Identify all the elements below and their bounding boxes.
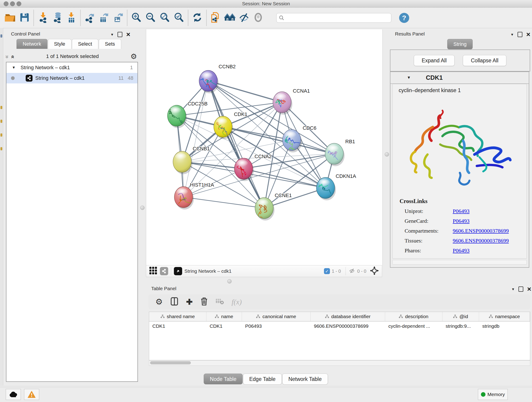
expand-all-chevron-icon[interactable]: « xyxy=(10,55,17,57)
column-header--id[interactable]: @id xyxy=(443,312,479,321)
table-hscrollbar[interactable] xyxy=(149,360,530,366)
crosslink-link[interactable]: 9606.ENSP00000378699 xyxy=(453,228,509,234)
houses-button[interactable] xyxy=(223,10,237,26)
expand-all-button[interactable]: Expand All xyxy=(414,55,455,66)
column-header-database-identifier[interactable]: database identifier xyxy=(311,312,385,321)
collapse-all-button[interactable]: Collapse All xyxy=(463,55,506,66)
cloud-button[interactable] xyxy=(6,389,21,400)
network-collection-row[interactable]: ▼ String Network – cdk1 1 xyxy=(6,62,138,73)
results-scrollbar[interactable] xyxy=(393,260,527,264)
export-image-button[interactable] xyxy=(111,10,125,26)
column-header-shared-name[interactable]: shared name xyxy=(149,312,206,321)
right-splitter-handle[interactable] xyxy=(385,152,389,157)
hidden-eye-icon[interactable] xyxy=(348,268,355,274)
table-cell[interactable]: stringdb:9... xyxy=(443,322,479,331)
panel-menu-icon[interactable]: ▼ xyxy=(510,32,514,36)
horizontal-splitter-handle[interactable] xyxy=(227,279,232,283)
import-network-button[interactable] xyxy=(36,10,50,26)
grid-view-icon[interactable] xyxy=(149,267,157,275)
tab-edge-table[interactable]: Edge Table xyxy=(243,374,282,384)
memory-button[interactable]: Memory xyxy=(478,389,508,400)
open-session-button[interactable] xyxy=(3,10,17,26)
table-hscrollbar-thumb[interactable] xyxy=(150,361,191,364)
network-label: String Network – cdk1 xyxy=(35,75,85,81)
column-header-description[interactable]: description xyxy=(385,312,443,321)
crosslink-link[interactable]: P06493 xyxy=(453,218,469,224)
table-cell[interactable]: CDK1 xyxy=(149,322,206,331)
network-node-CCNA2[interactable] xyxy=(234,158,254,181)
network-node-CDKN1A[interactable] xyxy=(317,177,336,200)
panel-close-icon[interactable]: ✕ xyxy=(526,32,531,37)
selected-checkbox-icon[interactable]: ✓ xyxy=(324,268,330,274)
zoom-selected-button[interactable] xyxy=(172,10,186,26)
table-row[interactable]: CDK1CDK1P064939606.ENSP00000378699cyclin… xyxy=(149,322,530,331)
network-edge-CCNB2-HIST1H1A[interactable] xyxy=(184,81,208,197)
delete-column-trash-icon[interactable] xyxy=(201,297,208,306)
table-cell[interactable]: 9606.ENSP00000378699 xyxy=(311,322,385,331)
import-database-button[interactable] xyxy=(50,10,64,26)
panel-menu-icon[interactable]: ▼ xyxy=(511,287,515,291)
add-column-plus-icon[interactable]: ✚ xyxy=(186,297,193,306)
table-cell[interactable]: cyclin-dependent ... xyxy=(385,322,443,331)
show-columns-icon[interactable] xyxy=(171,297,178,306)
panel-close-icon[interactable]: ✕ xyxy=(527,287,532,291)
collection-expander-icon[interactable]: ▼ xyxy=(12,65,16,70)
search-field[interactable] xyxy=(276,13,391,23)
hide-selected-button[interactable] xyxy=(237,10,251,26)
network-options-gear-icon[interactable]: ⚙ xyxy=(130,53,137,60)
tab-network-table[interactable]: Network Table xyxy=(282,374,328,384)
crosslink-link[interactable]: P06493 xyxy=(453,248,469,254)
help-button[interactable]: ? xyxy=(399,13,409,23)
table-cell[interactable]: P06493 xyxy=(242,322,311,331)
network-node-CCNB2[interactable] xyxy=(199,70,221,93)
left-splitter-handle[interactable] xyxy=(140,206,145,210)
result-section-header[interactable]: ▼ CDK1 xyxy=(390,72,529,84)
tab-sets[interactable]: Sets xyxy=(99,39,121,49)
column-header-canonical-name[interactable]: canonical name xyxy=(242,312,311,321)
column-header-name[interactable]: name xyxy=(206,312,242,321)
crosslink-link[interactable]: 9606.ENSP00000378699 xyxy=(453,238,509,244)
network-edge-HIST1H1A-CCNE1[interactable] xyxy=(184,197,264,208)
crosslink-link[interactable]: P06493 xyxy=(453,208,469,214)
panel-float-icon[interactable] xyxy=(519,287,523,292)
panel-menu-icon[interactable]: ▼ xyxy=(110,32,114,36)
tab-style[interactable]: Style xyxy=(48,39,71,49)
table-options-gear-icon[interactable]: ⚙ xyxy=(155,298,163,306)
network-graph[interactable]: CCNB2CCNA1CDC25BCDK1CDC6RB1CCNB1CCNA2CDK… xyxy=(146,29,382,265)
table-cell[interactable]: CDK1 xyxy=(206,322,242,331)
zoom-out-button[interactable] xyxy=(143,10,158,26)
tab-string[interactable]: String xyxy=(447,39,473,49)
save-session-button[interactable] xyxy=(17,10,32,26)
tab-node-table[interactable]: Node Table xyxy=(204,374,243,384)
zoom-in-button[interactable] xyxy=(129,10,143,26)
zoom-fit-button[interactable] xyxy=(158,10,172,26)
network-edge-CCNA2-CDKN1A[interactable] xyxy=(244,169,326,188)
section-expander-icon[interactable]: ▼ xyxy=(407,75,411,80)
refresh-layout-button[interactable] xyxy=(190,10,204,26)
network-node-RB1[interactable] xyxy=(325,143,345,166)
export-network-button[interactable] xyxy=(82,10,97,26)
network-node-CDC6[interactable] xyxy=(283,129,302,153)
warning-button[interactable] xyxy=(24,389,39,400)
crosshair-move-icon[interactable] xyxy=(370,266,379,276)
panel-float-icon[interactable] xyxy=(518,32,522,37)
panel-close-icon[interactable]: ✕ xyxy=(126,32,131,37)
network-canvas[interactable]: CCNB2CCNA1CDC25BCDK1CDC6RB1CCNB1CCNA2CDK… xyxy=(146,29,383,265)
network-node-CDC25B[interactable] xyxy=(167,105,187,128)
string-view-icon[interactable] xyxy=(160,267,168,275)
import-table-button[interactable] xyxy=(64,10,78,26)
panel-float-icon[interactable] xyxy=(118,32,122,37)
tab-network[interactable]: Network xyxy=(17,39,47,49)
network-node-CCNE1[interactable] xyxy=(255,198,274,220)
clone-network-button[interactable] xyxy=(209,10,223,26)
table-cell[interactable]: stringdb xyxy=(479,322,530,331)
network-node-CCNA1[interactable] xyxy=(273,92,292,115)
network-row-selected[interactable]: String Network – cdk1 11 48 xyxy=(6,73,138,83)
birdseye-view-icon[interactable] xyxy=(174,267,182,275)
show-preview-button[interactable] xyxy=(251,10,265,26)
search-input[interactable] xyxy=(284,14,391,22)
tab-select[interactable]: Select xyxy=(72,39,98,49)
network-edge-CCNB2-CCNA1[interactable] xyxy=(208,81,282,102)
export-table-button[interactable] xyxy=(97,10,111,26)
column-header-namespace[interactable]: namespace xyxy=(479,312,530,321)
